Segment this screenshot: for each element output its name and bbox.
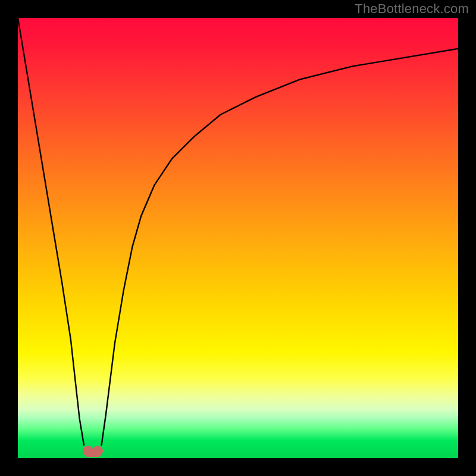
- minimum-marker: [83, 446, 103, 458]
- curve-right-branch: [102, 49, 458, 445]
- chart-frame: TheBottleneck.com: [0, 0, 476, 476]
- bottleneck-curve: [18, 18, 458, 458]
- watermark-text: TheBottleneck.com: [355, 1, 469, 17]
- curve-left-branch: [18, 18, 84, 445]
- marker-bar: [85, 451, 101, 457]
- plot-area: [18, 18, 458, 458]
